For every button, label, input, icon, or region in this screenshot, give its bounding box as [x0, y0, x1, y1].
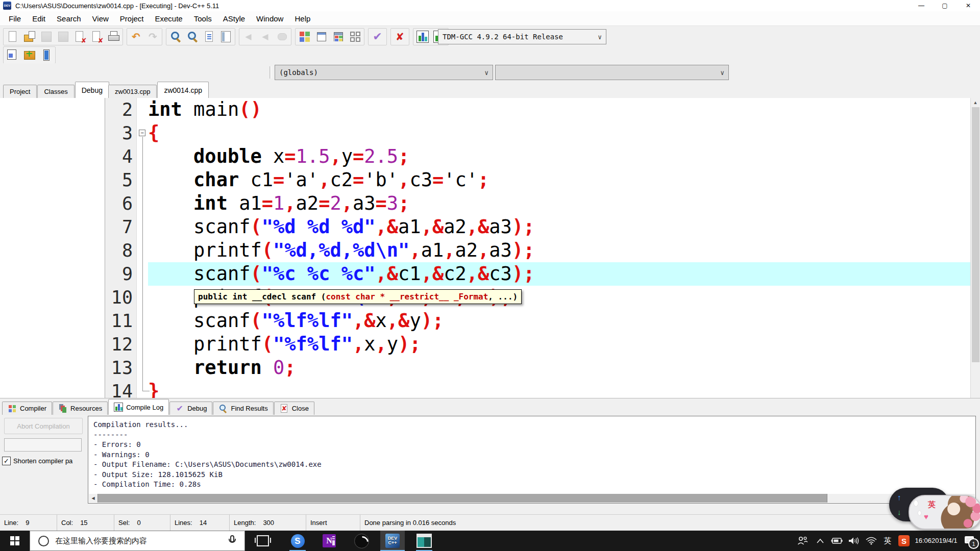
stop-execution-button[interactable]: ✘	[391, 29, 408, 44]
code-line-13[interactable]: 13return 0;	[105, 356, 970, 380]
taskbar-app-dark-circle[interactable]	[349, 531, 374, 551]
float-window-button[interactable]	[4, 47, 21, 63]
abort-button[interactable]	[274, 29, 290, 44]
open-file-button[interactable]	[21, 29, 38, 44]
replace-button[interactable]	[184, 29, 201, 44]
code-line-4[interactable]: 4double x=1.5,y=2.5;	[105, 145, 970, 168]
shorten-paths-checkbox-row[interactable]: ✓ Shorten compiler pa	[2, 457, 85, 465]
scroll-up-icon[interactable]: ▲	[971, 98, 980, 107]
back-button[interactable]: ◀	[240, 29, 257, 44]
taskbar-search-input[interactable]: 在这里输入你要搜索的内容	[30, 531, 245, 551]
menu-item-search[interactable]: Search	[51, 11, 87, 26]
find-button[interactable]	[167, 29, 184, 44]
code-line-6[interactable]: 6int a1=1,a2=2,a3=3;	[105, 192, 970, 215]
menu-item-execute[interactable]: Execute	[150, 11, 188, 26]
people-button[interactable]	[792, 531, 813, 551]
swap-editor-button[interactable]	[217, 29, 234, 44]
project-options-button[interactable]	[313, 29, 330, 44]
menu-item-view[interactable]: View	[87, 11, 114, 26]
profile-button[interactable]	[414, 29, 431, 44]
save-button[interactable]	[38, 29, 55, 44]
action-center-button[interactable]: 1	[960, 531, 980, 551]
code-line-7[interactable]: 7scanf("%d %d %d",&a1,&a2,&a3);	[105, 215, 970, 239]
goto-function-button[interactable]	[201, 29, 217, 44]
scroll-left-icon[interactable]: ◀	[89, 494, 97, 503]
code-line-8[interactable]: 8printf("%d,%d,%d\n",a1,a2,a3);	[105, 239, 970, 262]
close-all-button[interactable]	[88, 29, 105, 44]
save-all-button[interactable]	[55, 29, 71, 44]
devcpp-window: DEV C:\Users\ASUS\Documents\zw0014.cpp -…	[0, 0, 980, 551]
maximize-button[interactable]: ▢	[933, 0, 957, 11]
minimize-button[interactable]: —	[910, 0, 933, 11]
log-horizontal-scrollbar[interactable]: ◀	[89, 494, 975, 503]
checkbox-checked-icon[interactable]: ✓	[2, 457, 11, 465]
scrollbar-thumb[interactable]	[97, 494, 827, 503]
print-button[interactable]	[105, 29, 122, 44]
ime-language-indicator[interactable]: 英	[880, 531, 895, 551]
panel-tab-classes[interactable]: Classes	[37, 85, 74, 98]
menu-item-window[interactable]: Window	[251, 11, 289, 26]
save-icon	[40, 30, 53, 43]
code-line-3[interactable]: 3−{	[105, 121, 970, 145]
panel-tab-debug[interactable]: Debug	[75, 82, 109, 98]
show-hidden-icons-chevron[interactable]	[813, 531, 828, 551]
taskbar-app-devcpp[interactable]: DEV C++	[380, 531, 405, 551]
menu-item-file[interactable]: File	[3, 11, 27, 26]
compile-button[interactable]: ✔	[369, 29, 386, 44]
menu-item-tools[interactable]: Tools	[188, 11, 217, 26]
close-all-icon	[90, 30, 104, 43]
menu-item-project[interactable]: Project	[114, 11, 150, 26]
volume-icon[interactable]	[845, 531, 863, 551]
add-file-button[interactable]	[21, 47, 38, 63]
menu-item-astyle[interactable]: AStyle	[217, 11, 251, 26]
fold-collapse-icon[interactable]: −	[139, 130, 145, 136]
report-tab-close[interactable]: ✘Close	[274, 402, 314, 415]
toggle-panel-button[interactable]	[38, 47, 55, 63]
close-button[interactable]: ✕	[957, 0, 980, 11]
code-line-11[interactable]: 11scanf("%lf%lf",&x,&y);	[105, 309, 970, 333]
sogou-pet-widget[interactable]: ↑ ↓ 英 ♥	[889, 484, 980, 531]
taskbar-app-sogou[interactable]: S	[285, 531, 310, 551]
scrollbar-thumb[interactable]	[972, 107, 979, 362]
undo-button[interactable]: ↶	[128, 29, 144, 44]
ime-skin-pill[interactable]: 英 ♥	[909, 495, 980, 530]
editor-tab-zw0013-cpp[interactable]: zw0013.cpp	[108, 85, 157, 98]
panel-tab-project[interactable]: Project	[3, 85, 37, 98]
microphone-icon[interactable]	[228, 535, 236, 546]
report-tab-resources[interactable]: Resources	[53, 402, 108, 415]
forward-button[interactable]: ◀	[257, 29, 274, 44]
compiler-profile-select[interactable]: TDM-GCC 4.9.2 64-bit Release ∨	[438, 29, 606, 44]
sogou-ime-tray[interactable]: S	[895, 531, 913, 551]
battery-icon[interactable]	[828, 531, 845, 551]
menu-item-edit[interactable]: Edit	[27, 11, 51, 26]
menu-item-help[interactable]: Help	[289, 11, 316, 26]
report-tab-debug[interactable]: ✔Debug	[169, 402, 212, 415]
close-project-button[interactable]	[347, 29, 363, 44]
abort-compilation-button[interactable]: Abort Compilation	[4, 418, 83, 434]
taskbar-clock[interactable]: 16:06 2019/4/1	[913, 531, 960, 551]
code-line-5[interactable]: 5char c1='a',c2='b',c3='c';	[105, 168, 970, 192]
report-tab-compile-log[interactable]: Compile Log	[108, 399, 169, 415]
redo-button[interactable]: ↷	[144, 29, 161, 44]
new-project-button[interactable]	[296, 29, 313, 44]
log-line: - Warnings: 0	[93, 450, 975, 460]
editor-tab-zw0014-cpp[interactable]: zw0014.cpp	[157, 82, 209, 98]
globals-select[interactable]: (globals) ∨	[275, 65, 493, 80]
code-line-2[interactable]: 2int main()	[105, 98, 970, 121]
code-line-9[interactable]: 9scanf("%c %c %c",&c1,&c2,&c3);	[105, 262, 970, 286]
wifi-icon[interactable]	[863, 531, 880, 551]
report-tab-find-results[interactable]: Find Results	[213, 402, 273, 415]
code-line-14[interactable]: 14}	[105, 380, 970, 398]
new-file-button[interactable]	[4, 29, 21, 44]
package-manager-button[interactable]	[330, 29, 347, 44]
code-line-12[interactable]: 12printf("%f%lf",x,y);	[105, 333, 970, 356]
report-tab-compiler[interactable]: Compiler	[2, 402, 52, 415]
taskbar-app-window[interactable]	[412, 531, 436, 551]
editor-vertical-scrollbar[interactable]: ▲ ▼	[970, 98, 980, 398]
taskbar-app-onenote[interactable]: N	[317, 531, 341, 551]
members-select[interactable]: ∨	[495, 65, 729, 80]
task-view-button[interactable]	[251, 531, 275, 551]
code-editor[interactable]: 2int main()3−{4double x=1.5,y=2.5;5char …	[105, 98, 970, 398]
close-file-button[interactable]	[71, 29, 88, 44]
start-button[interactable]	[0, 531, 30, 551]
